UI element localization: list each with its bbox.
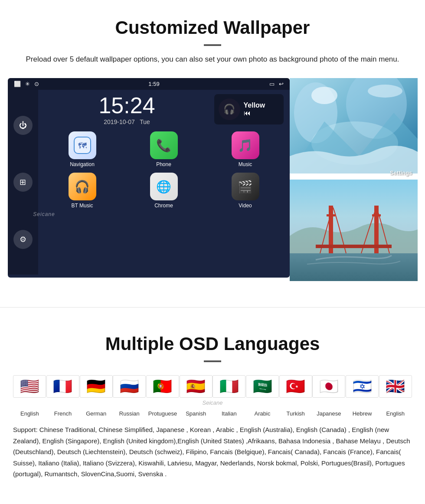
svg-rect-16	[372, 214, 381, 216]
lang-title-divider	[204, 360, 221, 362]
phone-watermark: Seicane	[8, 211, 164, 217]
support-text: Support: Chinese Traditional, Chinese Si…	[13, 424, 412, 480]
music-label: Music	[239, 161, 252, 167]
nav-label: Navigation	[70, 161, 95, 167]
flag-label-item: Spanish	[179, 409, 212, 417]
app-bt-music[interactable]: 🎧 BT Music	[44, 173, 121, 209]
svg-point-9	[368, 85, 402, 98]
bt-label: BT Music	[72, 203, 93, 209]
music-track-label: Yellow	[244, 101, 265, 109]
wallpaper-description: Preload over 5 default wallpaper options…	[13, 54, 412, 65]
phone-content: ⏻ ⊞ ⚙ 15:24 2019-10-07 Tue	[8, 90, 290, 275]
flag-emoji: 🇮🇹	[212, 375, 245, 398]
settings-button[interactable]: ⚙	[13, 230, 33, 249]
lang-watermark: Seicane	[13, 399, 412, 406]
settings-label: Settings	[390, 170, 412, 176]
phone-icon-app: 📞	[150, 131, 178, 159]
flag-emoji: 🇪🇸	[180, 375, 212, 398]
section-divider-hr	[0, 307, 425, 308]
nav-icon: 🗺	[69, 131, 96, 159]
wallpaper-panel: Settings	[290, 78, 418, 281]
back-icon: ↩	[279, 81, 284, 87]
phone-main: 15:24 2019-10-07 Tue 🎧 Yell	[38, 90, 290, 275]
flag-row: 🇺🇸🇫🇷🇩🇪🇷🇺🇵🇹🇪🇸🇮🇹🇸🇦🇹🇷🇯🇵🇮🇱🇬🇧	[13, 375, 412, 398]
power-button[interactable]: ⏻	[13, 116, 33, 135]
svg-text:🗺: 🗺	[78, 141, 87, 151]
flag-emoji: 🇯🇵	[312, 375, 345, 398]
flag-emoji: 🇬🇧	[379, 375, 412, 398]
flag-item: 🇸🇦	[246, 375, 279, 398]
flag-emoji: 🇩🇪	[80, 375, 113, 398]
phone-clock-date: 2019-10-07 Tue	[44, 118, 210, 125]
status-icons-left: ⬜ ✳ ⊙	[14, 81, 39, 87]
flag-item: 🇮🇹	[212, 375, 246, 398]
flag-label-item: Protuguese	[146, 409, 180, 417]
flag-label-item: French	[46, 409, 80, 417]
flag-emoji: 🇮🇱	[346, 375, 379, 398]
music-controls[interactable]: ⏮	[244, 109, 265, 117]
flag-label: Italian	[222, 410, 237, 417]
flag-emoji: 🇹🇷	[279, 375, 312, 398]
phone-top-row: 15:24 2019-10-07 Tue 🎧 Yell	[44, 94, 284, 125]
flag-label: French	[54, 410, 72, 417]
flag-label-item: Hebrew	[346, 409, 379, 417]
languages-title: Multiple OSD Languages	[13, 334, 412, 354]
flag-label: Hebrew	[353, 410, 372, 417]
chrome-icon: 🌐	[150, 173, 178, 200]
flag-emoji: 🇵🇹	[146, 375, 179, 398]
flag-label: Arabic	[255, 410, 271, 417]
flag-label: English	[20, 410, 39, 417]
flag-item: 🇪🇸	[179, 375, 212, 398]
phone-clock: 15:24 2019-10-07 Tue	[44, 94, 210, 125]
music-widget: 🎧 Yellow ⏮	[214, 94, 284, 124]
flag-item: 🇮🇱	[346, 375, 379, 398]
flag-label-row: EnglishFrenchGermanRussianProtugueseSpan…	[13, 409, 412, 417]
video-icon: 🎬	[232, 173, 259, 200]
flag-item: 🇷🇺	[113, 375, 146, 398]
music-icon: 🎧	[219, 98, 240, 120]
flag-emoji: 🇺🇸	[13, 375, 46, 398]
flag-label: Protuguese	[148, 410, 177, 417]
app-phone[interactable]: 📞 Phone	[126, 131, 202, 167]
flag-item: 🇵🇹	[146, 375, 180, 398]
status-time: 1:59	[148, 81, 159, 87]
flag-label-item: Turkish	[279, 409, 312, 417]
flag-item: 🇺🇸	[13, 375, 46, 398]
flag-label-item: Japanese	[312, 409, 346, 417]
languages-section: Multiple OSD Languages 🇺🇸🇫🇷🇩🇪🇷🇺🇵🇹🇪🇸🇮🇹🇸🇦🇹…	[0, 321, 425, 488]
brightness-icon: ✳	[25, 81, 30, 87]
flag-label: English	[386, 410, 405, 417]
app-navigation[interactable]: 🗺 Navigation	[44, 131, 121, 167]
flag-label-item: Russian	[113, 409, 146, 417]
flag-label: Japanese	[317, 410, 341, 417]
wallpaper-ice: Settings	[290, 78, 418, 180]
flag-label: Spanish	[186, 410, 206, 417]
flag-label: German	[86, 410, 106, 417]
phone-clock-time: 15:24	[44, 94, 210, 117]
flag-label-item: Italian	[212, 409, 246, 417]
home-icon: ⬜	[14, 81, 21, 87]
flag-label-item: English	[13, 409, 46, 417]
app-video[interactable]: 🎬 Video	[207, 173, 284, 209]
flag-label: Turkish	[287, 410, 305, 417]
svg-point-8	[311, 87, 337, 104]
status-bar: ⬜ ✳ ⊙ 1:59 ▭ ↩	[8, 78, 290, 90]
app-music[interactable]: 🎵 Music	[207, 131, 284, 167]
apps-button[interactable]: ⊞	[13, 173, 33, 192]
svg-rect-15	[327, 214, 335, 216]
flag-item: 🇹🇷	[279, 375, 312, 398]
prev-icon[interactable]: ⏮	[244, 109, 251, 117]
flag-item: 🇬🇧	[379, 375, 412, 398]
flag-emoji: 🇷🇺	[113, 375, 146, 398]
mockup-area: ⬜ ✳ ⊙ 1:59 ▭ ↩ ⏻ ⊞ ⚙	[13, 78, 412, 281]
app-chrome[interactable]: 🌐 Chrome	[126, 173, 202, 209]
flag-item: 🇩🇪	[79, 375, 113, 398]
flag-item: 🇯🇵	[312, 375, 346, 398]
flag-label-item: English	[379, 409, 412, 417]
flag-label-item: German	[79, 409, 113, 417]
music-app-icon: 🎵	[232, 131, 259, 159]
location-icon: ⊙	[34, 81, 39, 87]
bt-icon: 🎧	[69, 173, 96, 200]
video-label: Video	[239, 203, 252, 209]
flag-emoji: 🇫🇷	[46, 375, 79, 398]
